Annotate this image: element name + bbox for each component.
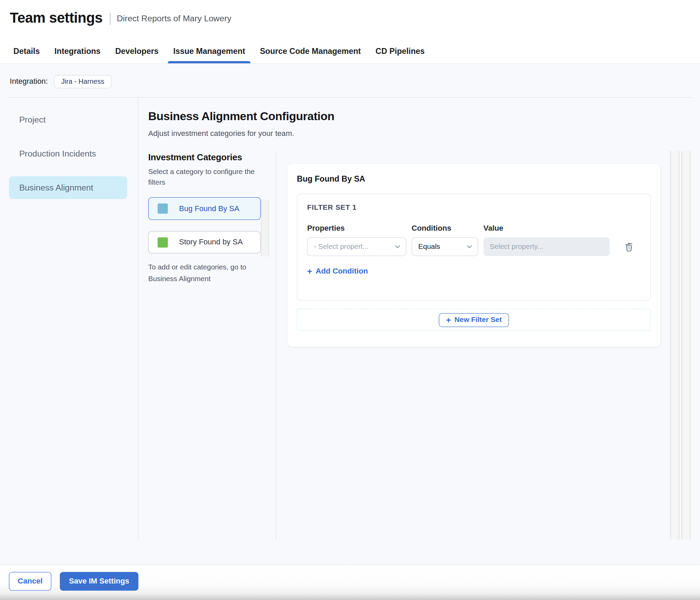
category-label: Story Found by SA	[179, 238, 242, 247]
category-list-scrollbar[interactable]	[261, 200, 269, 256]
filter-column-headers: Properties Conditions Value	[307, 224, 641, 233]
value-column-header: Value	[484, 224, 504, 233]
property-select-placeholder: - Select propert...	[314, 243, 369, 251]
investment-categories-heading: Investment Categories	[148, 152, 270, 162]
section-subtitle: Adjust investment categories for your te…	[148, 129, 335, 138]
category-story-found-by-sa[interactable]: Story Found by SA	[148, 231, 261, 253]
tab-source-code-management[interactable]: Source Code Management	[260, 39, 361, 63]
trash-icon	[623, 241, 634, 252]
condition-select-value: Equals	[418, 243, 440, 251]
add-condition-button[interactable]: + Add Condition	[307, 267, 368, 276]
conditions-column-header: Conditions	[411, 224, 483, 233]
new-filter-set-zone: + New Filter Set	[297, 309, 651, 331]
sidebar-item-production-incidents[interactable]: Production Incidents	[9, 142, 127, 165]
investment-categories: Investment Categories Select a category …	[148, 152, 270, 285]
section-header: Business Alignment Configuration Adjust …	[148, 109, 335, 138]
value-input[interactable]	[484, 237, 610, 256]
tab-issue-management[interactable]: Issue Management	[173, 39, 245, 63]
integration-label: Integration:	[10, 77, 48, 86]
section-title: Business Alignment Configuration	[148, 109, 335, 123]
new-filter-set-button[interactable]: + New Filter Set	[439, 313, 509, 327]
settings-tabbar: Details Integrations Developers Issue Ma…	[0, 39, 700, 64]
sidebar-divider	[138, 98, 138, 540]
plus-icon: +	[446, 316, 451, 324]
property-select[interactable]: - Select propert...	[307, 237, 406, 256]
properties-column-header: Properties	[307, 224, 411, 233]
sidebar-item-project[interactable]: Project	[9, 108, 127, 131]
bug-category-swatch-icon	[158, 204, 168, 214]
new-filter-set-label: New Filter Set	[454, 316, 502, 324]
tab-integrations[interactable]: Integrations	[55, 39, 101, 63]
add-condition-label: Add Condition	[316, 267, 368, 276]
page-subtitle: Direct Reports of Mary Lowery	[117, 14, 231, 24]
categories-panel-divider	[276, 152, 276, 539]
filter-set-label: FILTER SET 1	[307, 204, 641, 211]
condition-select[interactable]: Equals	[411, 237, 478, 256]
integration-chip[interactable]: Jira - Harness	[54, 75, 111, 88]
delete-condition-button[interactable]	[623, 241, 635, 253]
title-row: Team settings Direct Reports of Mary Low…	[10, 10, 232, 26]
page-title: Team settings	[10, 10, 103, 26]
footer-bar: Cancel Save IM Settings	[0, 565, 700, 600]
tab-developers[interactable]: Developers	[115, 39, 158, 63]
plus-icon: +	[307, 267, 312, 276]
save-im-settings-button[interactable]: Save IM Settings	[60, 572, 138, 591]
tab-details[interactable]: Details	[13, 39, 40, 63]
filter-condition-row: - Select propert... Equals	[307, 237, 641, 256]
panel-scrollbar-outer[interactable]	[670, 151, 679, 539]
category-bug-found-by-sa[interactable]: Bug Found By SA	[148, 197, 261, 220]
filter-set-1: FILTER SET 1 Properties Conditions Value…	[297, 194, 651, 301]
panel-scrollbar-inner[interactable]	[681, 151, 690, 539]
team-settings-page: Team settings Direct Reports of Mary Low…	[0, 0, 700, 600]
category-config-card: Bug Found By SA FILTER SET 1 Properties …	[287, 164, 660, 347]
investment-categories-footnote: To add or edit categories, go to Busines…	[148, 262, 270, 285]
config-card-title: Bug Found By SA	[297, 174, 651, 184]
story-category-swatch-icon	[158, 237, 168, 247]
sidebar-item-business-alignment[interactable]: Business Alignment	[9, 176, 127, 199]
tab-cd-pipelines[interactable]: CD Pipelines	[375, 39, 425, 63]
chevron-down-icon	[466, 245, 472, 249]
title-separator	[110, 13, 111, 25]
page-header: Team settings Direct Reports of Mary Low…	[0, 0, 700, 39]
integration-divider	[9, 97, 691, 97]
chevron-down-icon	[395, 245, 400, 249]
cancel-button[interactable]: Cancel	[9, 572, 51, 591]
category-label: Bug Found By SA	[179, 204, 239, 213]
issue-management-panel: Integration: Jira - Harness Project Prod…	[0, 64, 700, 565]
integration-row: Integration: Jira - Harness	[10, 75, 112, 88]
investment-categories-hint: Select a category to configure the filte…	[148, 166, 270, 188]
